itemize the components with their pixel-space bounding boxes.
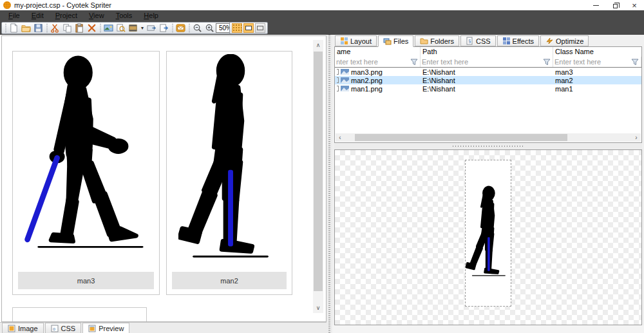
- column-header-path[interactable]: Path: [421, 47, 553, 57]
- toolbar-drag-handle[interactable]: [4, 24, 7, 32]
- tab-layout[interactable]: Layout: [335, 35, 377, 46]
- menu-help[interactable]: Help: [138, 10, 164, 21]
- name-filter-input[interactable]: nter text here: [336, 58, 410, 66]
- film-icon: [128, 23, 138, 33]
- filter-icon[interactable]: [410, 59, 418, 66]
- editor-mode-tabs: Image o CSS Preview: [0, 322, 327, 333]
- zoom-out-icon: [193, 23, 202, 33]
- toolbar-separator: [45, 24, 48, 32]
- menu-project[interactable]: Project: [50, 10, 83, 21]
- menu-file[interactable]: File: [3, 10, 26, 21]
- new-project-button[interactable]: [8, 23, 20, 33]
- right-panel-tabs: Layout Files Folders § CSS Effects Optim…: [335, 35, 590, 46]
- preview-tab-icon: [88, 325, 96, 332]
- tab-effects[interactable]: Effects: [497, 35, 539, 46]
- hscrollbar-thumb[interactable]: [355, 134, 567, 141]
- tab-css-right[interactable]: § CSS: [460, 35, 496, 46]
- filter-icon[interactable]: [631, 59, 639, 66]
- sprite-label-man2: man2: [172, 272, 287, 289]
- tab-folders[interactable]: Folders: [415, 35, 459, 46]
- column-header-class-name[interactable]: Class Name: [553, 47, 641, 57]
- zoom-out-button[interactable]: [191, 23, 204, 33]
- left-panel-scrollbar[interactable]: ∧ ∨: [313, 40, 323, 313]
- files-table-hscrollbar[interactable]: ‹ ›: [336, 133, 641, 142]
- tab-folders-label: Folders: [430, 37, 454, 45]
- copy-button[interactable]: [61, 23, 73, 33]
- svg-text:o: o: [53, 327, 55, 331]
- menu-edit[interactable]: Edit: [26, 10, 50, 21]
- tab-preview[interactable]: Preview: [82, 323, 129, 333]
- table-row-man1[interactable]: man1.png E:\Nishant man1: [335, 84, 641, 93]
- sprite-view-toggle-button[interactable]: [243, 23, 254, 33]
- files-table: ame Path Class Name nter text here Enter…: [334, 46, 642, 143]
- toolbar-view-strip: [229, 22, 268, 34]
- table-row-man3[interactable]: man3.png E:\Nishant man3: [335, 68, 641, 76]
- minimize-button[interactable]: [586, 0, 605, 10]
- cut-button[interactable]: [49, 23, 61, 33]
- restore-button[interactable]: [605, 0, 625, 10]
- paste-button[interactable]: [73, 23, 86, 33]
- zoom-in-button[interactable]: [204, 23, 216, 33]
- path-filter-input[interactable]: Enter text here: [422, 58, 543, 66]
- column-header-name[interactable]: ame: [335, 47, 421, 57]
- save-project-button[interactable]: [32, 23, 44, 33]
- scrollbar-thumb[interactable]: [314, 52, 323, 291]
- tab-optimize-label: Optimize: [556, 37, 583, 45]
- filter-icon[interactable]: [543, 59, 551, 66]
- class-name-filter-input[interactable]: Enter text here: [554, 58, 631, 66]
- tab-optimize[interactable]: Optimize: [540, 35, 589, 46]
- selected-sprite-stage[interactable]: [465, 160, 511, 307]
- toolbar-separator: [99, 24, 102, 32]
- single-view-toggle-button[interactable]: [255, 23, 265, 33]
- filter-cell-name[interactable]: nter text here: [335, 57, 421, 67]
- app-window: { "window": { "title": "my-project.csp -…: [0, 0, 644, 333]
- sprite-card-man3[interactable]: man3: [12, 51, 160, 295]
- menu-view[interactable]: View: [83, 10, 110, 21]
- files-tab-icon: [383, 37, 392, 46]
- scroll-right-button[interactable]: ›: [632, 133, 641, 142]
- grid-toggle-button[interactable]: [232, 23, 242, 33]
- animation-button[interactable]: [127, 23, 139, 33]
- open-project-button[interactable]: [20, 23, 32, 33]
- tab-files[interactable]: Files: [378, 35, 413, 47]
- filter-cell-class-name[interactable]: Enter text here: [553, 57, 641, 67]
- tab-preview-label: Preview: [99, 325, 124, 332]
- chevron-down-icon: ▾: [141, 25, 144, 31]
- optimize-tab-icon: [545, 37, 554, 45]
- chevron-up-icon: ∧: [316, 42, 321, 48]
- menu-tools[interactable]: Tools: [110, 10, 138, 21]
- tab-image-label: Image: [18, 325, 38, 332]
- toolbar: ▾ 50% ▾: [0, 21, 644, 35]
- panel-splitter-horizontal[interactable]: [334, 143, 642, 149]
- cell-path: E:\Nishant: [421, 85, 553, 93]
- sprite-card-man2[interactable]: man2: [166, 51, 292, 295]
- email-export-button[interactable]: [175, 23, 187, 33]
- scroll-down-button[interactable]: ∨: [313, 303, 323, 313]
- export-image-button[interactable]: [146, 23, 158, 33]
- filter-cell-path[interactable]: Enter text here: [421, 57, 553, 67]
- tab-image[interactable]: Image: [2, 323, 44, 333]
- row-grip-icon: [337, 77, 339, 83]
- man2-silhouette: [178, 54, 280, 267]
- toolbar-separator: [187, 24, 191, 32]
- splitter-grip-icon: [453, 146, 524, 147]
- man3-sprite-image: [15, 54, 156, 267]
- close-button[interactable]: ×: [625, 0, 644, 10]
- scroll-left-button[interactable]: ‹: [336, 133, 345, 142]
- image-thumb-icon: [341, 69, 349, 75]
- export-css-button[interactable]: [158, 23, 170, 33]
- add-image-button[interactable]: [102, 23, 115, 33]
- delete-button[interactable]: [86, 23, 98, 33]
- sprite-card-partial[interactable]: [12, 307, 147, 322]
- effects-tab-icon: [502, 37, 511, 45]
- scroll-up-button[interactable]: ∧: [313, 40, 323, 50]
- row-grip-icon: [337, 86, 339, 91]
- table-row-man2[interactable]: man2.png E:\Nishant man2: [335, 76, 641, 84]
- tab-css[interactable]: o CSS: [45, 323, 82, 333]
- cell-path: E:\Nishant: [421, 77, 553, 84]
- zoom-image-button[interactable]: [115, 23, 127, 33]
- animation-dropdown-button[interactable]: ▾: [139, 23, 146, 33]
- panel-splitter-vertical[interactable]: [327, 35, 332, 333]
- close-icon: ×: [632, 1, 637, 10]
- delete-icon: [87, 23, 97, 33]
